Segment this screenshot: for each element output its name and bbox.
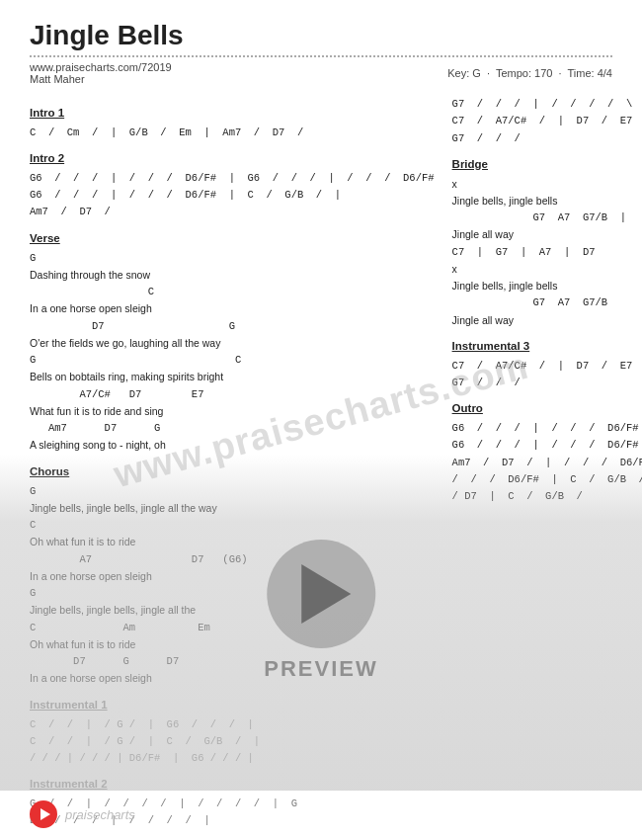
song-time: Time: 4/4 [568, 67, 612, 79]
section-bridge-label: Bridge [452, 156, 642, 174]
intro2-line3: Am7 / D7 / [30, 204, 435, 219]
verse-lyric2: In a one horse open sleigh [30, 300, 435, 316]
section-outro-label: Outro [452, 400, 642, 418]
footer: praisecharts [30, 800, 612, 828]
right-g7-line2: G7 / / / [452, 130, 642, 146]
page: Jingle Bells www.praisecharts.com/72019 … [0, 0, 642, 840]
inst3-line2: G7 / / / [452, 375, 642, 390]
section-instrumental3-label: Instrumental 3 [452, 338, 642, 356]
meta-left: www.praisecharts.com/72019 Matt Maher [30, 61, 172, 85]
right-g7-line1: G7 / / / | / / / / \ / / / / | C7 / / / [452, 96, 642, 112]
verse-chord-g: G [30, 250, 435, 266]
verse-chord-a7: A7/C# D7 E7 [30, 386, 435, 402]
verse-lyric1: Dashing through the snow [30, 267, 435, 283]
meta-row: www.praisecharts.com/72019 Matt Maher Ke… [30, 61, 612, 85]
bridge-lyric1: Jingle bells, jingle bells [452, 193, 642, 209]
verse-chord-am7: Am7 D7 G [30, 420, 435, 436]
verse-lyric4: Bells on bobtails ring, making spirits b… [30, 369, 435, 384]
song-url: www.praisecharts.com/72019 [30, 61, 172, 73]
footer-site: praisecharts [65, 807, 135, 822]
bridge-chord3: G7 A7 G7/B [452, 294, 642, 310]
outro-line2: G6 / / / | / / / D6/F# | C / G/B / [452, 437, 642, 453]
bridge-chord2: C7 | G7 | A7 | D7 [452, 244, 642, 260]
bridge-lyric3: Jingle bells, jingle bells [452, 278, 642, 294]
verse-lyric5: What fun it is to ride and sing [30, 403, 435, 419]
footer-logo [30, 800, 57, 828]
outro-line1: G6 / / / | / / / D6/F# | G6 / / F# [452, 420, 642, 436]
intro2-line2: G6 / / / | / / / D6/F# | C / G/B / | [30, 187, 435, 203]
right-c7-line: C7 / A7/C# / | D7 / E7 / | Am7 / D7 / | [452, 113, 642, 128]
preview-label: PREVIEW [264, 656, 377, 682]
section-verse-label: Verse [30, 230, 435, 248]
bridge-x1: x [452, 176, 642, 192]
verse-chord-c: C [30, 284, 435, 299]
title-divider [30, 55, 612, 57]
intro2-line1: G6 / / / | / / / D6/F# | G6 / / / | / / … [30, 170, 435, 186]
bridge-lyric4: Jingle all way [452, 312, 642, 328]
verse-chord-d7g: D7 G [30, 318, 435, 334]
bridge-lyric2: Jingle all way [452, 226, 642, 242]
intro1-line1: C / Cm / | G/B / Em | Am7 / D7 / [30, 125, 435, 140]
bridge-chord1: G7 A7 G7/B | [452, 210, 642, 225]
verse-lyric6: A sleighing song to - night, oh [30, 437, 435, 453]
song-tempo: Tempo: 170 [496, 67, 552, 79]
song-key: Key: G [447, 67, 481, 79]
preview-circle[interactable] [267, 540, 375, 648]
song-title: Jingle Bells [30, 20, 612, 51]
section-intro2-label: Intro 2 [30, 150, 435, 168]
inst3-line1: C7 / A7/C# / | D7 / E7 / | Am7 / D7 / | [452, 358, 642, 374]
section-intro1-label: Intro 1 [30, 105, 435, 123]
bridge-x2: x [452, 261, 642, 277]
verse-chord-gc: G C [30, 352, 435, 368]
play-icon [301, 564, 351, 624]
preview-overlay[interactable]: PREVIEW [264, 540, 377, 682]
verse-lyric3: O'er the fields we go, laughing all the … [30, 335, 435, 351]
song-artist: Matt Maher [30, 73, 172, 85]
footer-play-icon [40, 808, 50, 820]
meta-right: Key: G · Tempo: 170 · Time: 4/4 [447, 67, 612, 79]
